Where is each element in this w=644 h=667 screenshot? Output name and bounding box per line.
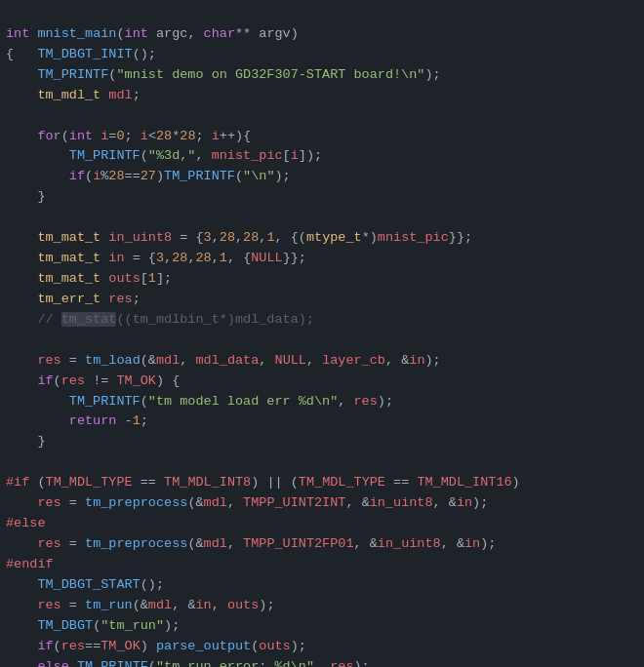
keyword-int: int	[6, 26, 29, 41]
code-editor: int mnist_main(int argc, char** argv) { …	[0, 0, 644, 667]
fn-mnist-main: mnist_main	[37, 26, 116, 41]
